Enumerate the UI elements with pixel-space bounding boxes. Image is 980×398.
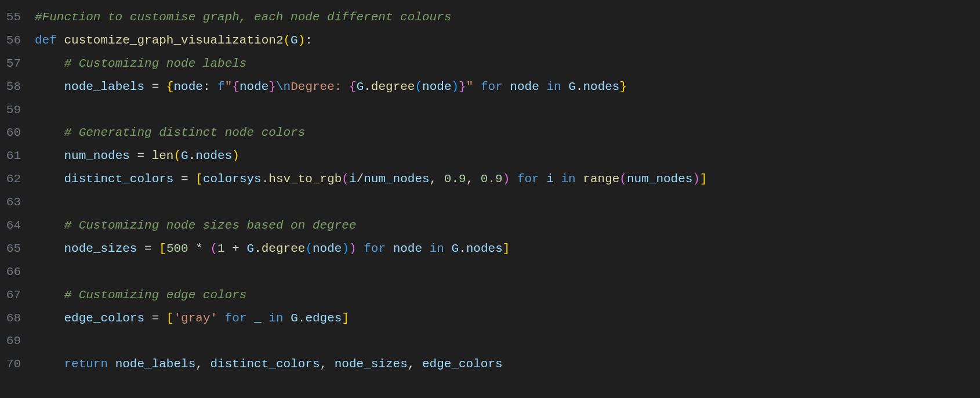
token-p: , [408, 357, 422, 371]
token-k: in [430, 242, 444, 255]
token-p: = [130, 149, 152, 162]
token-n: 1 [217, 242, 225, 255]
token-attr: nodes [466, 242, 503, 255]
token-p: . [576, 80, 583, 93]
code-line[interactable]: # Customizing node sizes based on degree [35, 214, 980, 237]
line-number: 60 [6, 121, 35, 144]
token-c: # Customizing edge colors [64, 288, 246, 302]
token-pb: ) [503, 172, 510, 186]
indent [35, 334, 64, 348]
indent [35, 196, 64, 209]
token-p [357, 242, 364, 255]
indent [35, 242, 64, 255]
token-p [386, 242, 393, 255]
token-id: node_labels [64, 80, 144, 93]
token-pb: ) [692, 172, 700, 186]
token-id: G [357, 80, 364, 93]
token-pa: ( [283, 34, 291, 47]
code-line[interactable]: # Customizing edge colors [35, 284, 980, 307]
token-id: num_nodes [364, 172, 429, 186]
token-id: node [422, 80, 451, 93]
token-s: " [225, 80, 233, 93]
token-p [554, 172, 561, 186]
token-pb: } [268, 80, 276, 93]
token-k: in [561, 172, 576, 186]
token-id: edge_colors [64, 312, 144, 325]
token-id: node [173, 80, 202, 93]
token-id: colorsys [203, 172, 262, 186]
indent [35, 312, 64, 325]
token-p: + [225, 242, 247, 255]
token-s: 'gray' [173, 312, 217, 325]
token-id: node_labels [115, 357, 196, 371]
token-p: = [137, 242, 159, 255]
token-id: node_sizes [64, 242, 137, 255]
line-number: 57 [6, 52, 35, 75]
code-area[interactable]: #Function to customise graph, each node … [35, 0, 980, 382]
code-line[interactable] [35, 330, 980, 353]
token-pa: ( [173, 149, 181, 162]
token-p: = [144, 312, 166, 325]
indent [35, 126, 64, 139]
indent [35, 265, 64, 278]
token-k: in [268, 312, 283, 325]
token-attr: nodes [583, 80, 619, 93]
token-pa: [ [195, 172, 203, 186]
token-pa: } [619, 80, 627, 93]
token-id: node [393, 242, 422, 255]
token-p: : [203, 80, 217, 93]
token-id: node_sizes [335, 357, 408, 371]
token-pa: ) [298, 34, 306, 47]
token-p: . [298, 312, 306, 325]
token-n: 500 [166, 242, 188, 255]
token-p [217, 312, 225, 325]
token-k: return [64, 357, 108, 371]
code-line[interactable] [35, 260, 980, 284]
token-p: , [430, 172, 444, 186]
token-p: * [188, 242, 210, 255]
token-p [539, 80, 547, 93]
token-id: _ [254, 312, 262, 325]
token-k: in [546, 80, 561, 93]
token-k: for [481, 80, 503, 93]
token-pc: ) [342, 242, 349, 255]
indent [35, 288, 64, 302]
token-k: for [225, 312, 247, 325]
token-s: Degree: [291, 80, 349, 93]
indent [35, 357, 64, 371]
token-id: distinct_colors [210, 357, 320, 371]
token-fn: len [152, 149, 174, 162]
token-p [284, 312, 291, 325]
blank-line [64, 103, 71, 117]
token-id: G [291, 312, 298, 325]
indent [35, 219, 64, 232]
token-p: , [466, 172, 481, 186]
code-line[interactable] [35, 99, 980, 122]
code-line[interactable]: edge_colors = ['gray' for _ in G.edges] [35, 307, 980, 330]
blank-line [64, 334, 71, 348]
code-line[interactable]: node_sizes = [500 * (1 + G.degree(node))… [35, 237, 980, 260]
token-pc: ( [415, 80, 422, 93]
code-editor[interactable]: 55565758596061626364656667686970 #Functi… [0, 0, 980, 382]
token-p [539, 172, 547, 186]
code-line[interactable]: num_nodes = len(G.nodes) [35, 144, 980, 168]
token-pa: [ [159, 242, 166, 255]
code-line[interactable]: node_labels = {node: f"{node}\nDegree: {… [35, 75, 980, 99]
code-line[interactable]: #Function to customise graph, each node … [35, 6, 980, 29]
token-id: node [510, 80, 539, 93]
token-c: #Function to customise graph, each node … [35, 10, 451, 24]
line-number: 64 [6, 214, 35, 237]
code-line[interactable] [35, 191, 980, 214]
token-pa: ] [342, 312, 349, 325]
code-line[interactable]: return node_labels, distinct_colors, nod… [35, 353, 980, 376]
token-pa: ] [503, 242, 510, 255]
code-line[interactable]: # Customizing node labels [35, 52, 980, 75]
token-id: G [247, 242, 255, 255]
code-line[interactable]: distinct_colors = [colorsys.hsv_to_rgb(i… [35, 168, 980, 191]
token-pb: } [459, 80, 466, 93]
token-k: def [35, 34, 64, 47]
token-n: 0.9 [481, 172, 503, 186]
code-line[interactable]: # Generating distinct node colors [35, 121, 980, 144]
line-number: 70 [6, 353, 35, 376]
code-line[interactable]: def customize_graph_visualization2(G): [35, 29, 980, 52]
